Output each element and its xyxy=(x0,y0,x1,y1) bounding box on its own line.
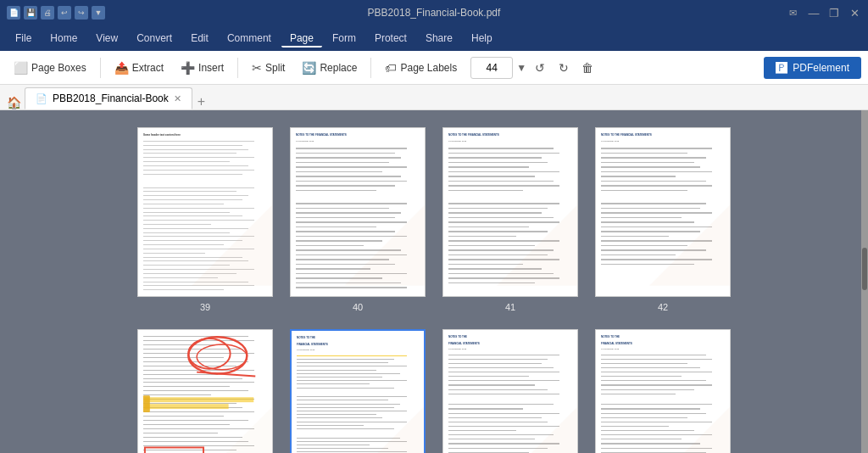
page-44-thumb[interactable]: NOTES TO THE FINANCIAL STATEMENTS 31 Dec… xyxy=(290,329,426,453)
email-icon: ✉ xyxy=(789,8,797,19)
line xyxy=(448,363,542,364)
page-42-thumb[interactable]: NOTES TO THE FINANCIAL STATEMENTS 31 Dec… xyxy=(595,127,731,312)
line xyxy=(601,372,712,372)
line xyxy=(601,162,694,164)
menu-item-form[interactable]: Form xyxy=(324,29,364,48)
pdfelement-logo: 🅿 xyxy=(776,61,787,75)
line xyxy=(601,185,712,187)
page-40-thumb[interactable]: NOTES TO THE FINANCIAL STATEMENTS 31 Dec… xyxy=(290,127,426,312)
page-number-input[interactable] xyxy=(470,57,513,79)
page-43-inner xyxy=(137,329,273,453)
maximize-button[interactable]: ❐ xyxy=(827,6,841,20)
line xyxy=(601,166,700,168)
line xyxy=(296,171,382,173)
line xyxy=(143,170,254,171)
page-46-subheader: 31 December 2018 xyxy=(601,348,725,350)
new-tab-button[interactable]: + xyxy=(198,94,205,109)
line xyxy=(448,355,559,355)
svg-marker-2 xyxy=(497,205,577,286)
line xyxy=(143,357,224,358)
page-45-thumb[interactable]: NOTES TO THE FINANCIAL STATEMENTS 31 Dec… xyxy=(442,329,578,453)
scrollbar-thumb[interactable] xyxy=(862,248,867,290)
window-title: PBB2018_Financial-Book.pdf xyxy=(368,7,501,19)
svg-marker-3 xyxy=(649,205,730,286)
insert-button[interactable]: ➕ Insert xyxy=(174,58,231,78)
menu-item-view[interactable]: View xyxy=(87,29,126,48)
line xyxy=(448,384,535,385)
page-41-inner: NOTES TO THE FINANCIAL STATEMENTS 31 Dec… xyxy=(442,127,578,297)
page-46-content: NOTES TO THE FINANCIAL STATEMENTS 31 Dec… xyxy=(596,330,730,453)
page-42-label: 42 xyxy=(658,302,668,312)
page-44-inner: NOTES TO THE FINANCIAL STATEMENTS 31 Dec… xyxy=(290,329,426,453)
app-icon-3: 🖨 xyxy=(41,6,54,20)
page-labels-icon: 🏷 xyxy=(385,61,397,75)
page-boxes-button[interactable]: ⬜ Page Boxes xyxy=(7,58,93,78)
split-button[interactable]: ✂ Split xyxy=(245,58,292,78)
line xyxy=(448,153,559,154)
page-41-label: 41 xyxy=(505,302,515,312)
line xyxy=(601,394,676,394)
line xyxy=(143,191,236,192)
menu-item-page[interactable]: Page xyxy=(281,29,322,48)
rotate-ccw-button[interactable]: ↺ xyxy=(530,58,550,78)
line xyxy=(296,185,395,187)
line xyxy=(448,148,554,149)
menu-item-comment[interactable]: Comment xyxy=(219,29,280,48)
line xyxy=(143,386,230,387)
home-icon[interactable]: 🏠 xyxy=(7,96,21,109)
extract-button[interactable]: 📤 Extract xyxy=(108,58,170,78)
page-46-header-2: FINANCIAL STATEMENTS xyxy=(601,342,725,345)
menu-item-help[interactable]: Help xyxy=(463,29,501,48)
line xyxy=(143,366,236,366)
page-39-thumb[interactable]: Some header text content here xyxy=(137,127,273,312)
line xyxy=(601,171,712,173)
menu-item-home[interactable]: Home xyxy=(42,29,86,48)
page-labels-button[interactable]: 🏷 Page Labels xyxy=(378,58,464,78)
replace-button[interactable]: 🔄 Replace xyxy=(295,58,364,78)
tab-pbb2018[interactable]: 📄 PBB2018_Financial-Book ✕ xyxy=(25,87,192,109)
close-button[interactable]: ✕ xyxy=(848,6,861,20)
menu-item-edit[interactable]: Edit xyxy=(182,29,217,48)
line xyxy=(601,153,687,154)
title-bar-left: 📄 💾 🖨 ↩ ↪ ▼ xyxy=(7,6,105,20)
menu-item-file[interactable]: File xyxy=(7,29,40,48)
line xyxy=(143,174,242,175)
line xyxy=(601,389,694,390)
line xyxy=(601,367,700,368)
page-39-header-line1: Some header text content here xyxy=(143,133,267,137)
page-43-thumb[interactable]: 43 xyxy=(137,329,273,453)
page-42-inner: NOTES TO THE FINANCIAL STATEMENTS 31 Dec… xyxy=(595,127,731,297)
line xyxy=(143,161,230,162)
pdfelement-button[interactable]: 🅿 PDFelement xyxy=(764,57,861,79)
page-41-thumb[interactable]: NOTES TO THE FINANCIAL STATEMENTS 31 Dec… xyxy=(442,127,578,312)
page-46-inner: NOTES TO THE FINANCIAL STATEMENTS 31 Dec… xyxy=(595,329,731,453)
delete-page-button[interactable]: 🗑 xyxy=(577,58,598,78)
insert-icon: ➕ xyxy=(181,61,195,75)
split-icon: ✂ xyxy=(252,61,262,75)
page-42-subheader: 31 December 2018 xyxy=(601,140,725,143)
line xyxy=(448,367,554,368)
tab-close-button[interactable]: ✕ xyxy=(174,93,181,104)
line xyxy=(143,378,242,379)
page-dropdown-arrow[interactable]: ▼ xyxy=(516,62,526,74)
page-43-content xyxy=(138,330,272,453)
replace-icon: 🔄 xyxy=(302,61,316,75)
menu-item-convert[interactable]: Convert xyxy=(128,29,181,48)
page-40-inner: NOTES TO THE FINANCIAL STATEMENTS 31 Dec… xyxy=(290,127,426,297)
menu-item-share[interactable]: Share xyxy=(417,29,461,48)
minimize-button[interactable]: — xyxy=(807,6,821,20)
page-46-thumb[interactable]: NOTES TO THE FINANCIAL STATEMENTS 31 Dec… xyxy=(595,329,731,453)
scrollbar-track[interactable] xyxy=(861,110,868,453)
line xyxy=(143,394,211,395)
toolbar-right: 🅿 PDFelement xyxy=(764,57,861,79)
tab-bar: 🏠 📄 PBB2018_Financial-Book ✕ + xyxy=(0,85,868,110)
bg-triangle xyxy=(649,195,730,296)
page-46-header-1: NOTES TO THE xyxy=(601,335,725,339)
svg-marker-4 xyxy=(192,407,272,453)
bg-triangle xyxy=(192,397,272,453)
menu-item-protect[interactable]: Protect xyxy=(366,29,415,48)
line xyxy=(601,157,706,159)
line xyxy=(296,153,395,154)
rotate-cw-button[interactable]: ↻ xyxy=(554,58,574,78)
line xyxy=(143,344,230,345)
